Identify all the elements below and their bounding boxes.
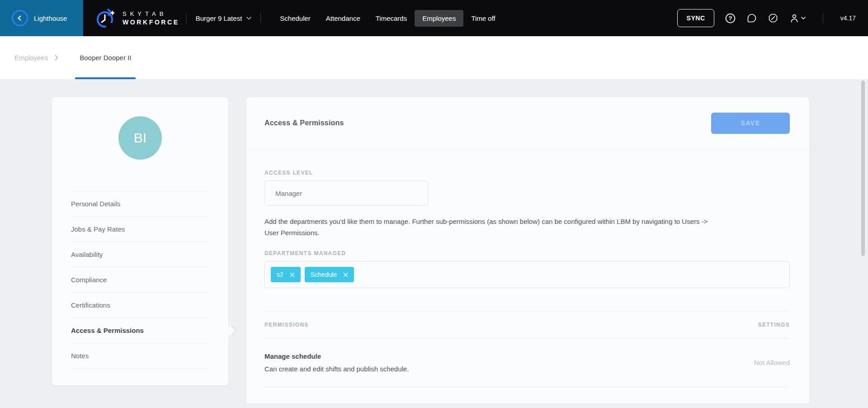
shift4-icon[interactable] xyxy=(768,13,778,24)
employee-profile-card: BI Personal Details Jobs & Pay Rates Ava… xyxy=(52,97,228,385)
permission-row-manage-schedule: Manage schedule Can create and edit shif… xyxy=(264,338,790,387)
page-title: Access & Permissions xyxy=(264,119,344,127)
location-selector-label: Burger 9 Latest xyxy=(196,14,242,22)
app-root: Lighthouse SKYTAB WORKFORCE Burger 9 Lat… xyxy=(0,0,868,408)
departments-managed-label: DEPARTMENTS MANAGED xyxy=(264,250,790,256)
departments-managed-input[interactable]: s2 Schedule xyxy=(264,261,790,288)
topbar-divider xyxy=(823,13,823,23)
sidebar-item-availability[interactable]: Availability xyxy=(71,242,209,267)
close-icon[interactable] xyxy=(343,272,348,277)
chevron-down-icon xyxy=(246,17,251,20)
user-icon xyxy=(789,13,800,24)
nav-item-scheduler[interactable]: Scheduler xyxy=(272,10,318,27)
breadcrumb: Employees Booper Dooper II xyxy=(0,36,868,79)
scrollbar-thumb[interactable] xyxy=(861,81,865,256)
avatar: BI xyxy=(118,116,162,160)
access-level-label: ACCESS LEVEL xyxy=(264,170,790,176)
departments-help-text: Add the departments you'd like them to m… xyxy=(264,216,714,238)
settings-column-label: SETTINGS xyxy=(758,322,790,328)
app-version: v4.17 xyxy=(840,14,856,22)
chat-bubble-icon[interactable] xyxy=(746,13,757,24)
active-item-pointer xyxy=(225,325,236,336)
brand-name-bottom: WORKFORCE xyxy=(123,19,179,26)
svg-text:?: ? xyxy=(728,14,732,21)
profile-menu: Personal Details Jobs & Pay Rates Availa… xyxy=(71,191,209,369)
brand-text: SKYTAB WORKFORCE xyxy=(123,10,179,26)
sidebar-item-notes[interactable]: Notes xyxy=(71,343,209,369)
user-chevron-down-icon xyxy=(801,17,806,19)
topbar-divider xyxy=(260,13,261,23)
panel-body: ACCESS LEVEL Manager Add the departments… xyxy=(246,170,809,408)
lighthouse-back-button[interactable]: Lighthouse xyxy=(0,0,83,36)
access-level-select[interactable]: Manager xyxy=(264,180,428,206)
brand-name-top: SKYTAB xyxy=(123,10,179,17)
nav-item-timecards[interactable]: Timecards xyxy=(368,10,415,27)
panel-header: Access & Permissions SAVE xyxy=(246,97,809,149)
topbar-right-cluster: SYNC ? xyxy=(677,9,868,27)
permission-description: Can create and edit shifts and publish s… xyxy=(264,365,409,373)
clock-logo-icon xyxy=(94,7,116,29)
top-navigation-bar: Lighthouse SKYTAB WORKFORCE Burger 9 Lat… xyxy=(0,0,868,36)
chip-label: Schedule xyxy=(311,271,337,278)
sync-button[interactable]: SYNC xyxy=(677,9,714,27)
help-icon[interactable]: ? xyxy=(725,13,736,24)
content-area: BI Personal Details Jobs & Pay Rates Ava… xyxy=(0,79,868,408)
breadcrumb-current-tab[interactable]: Booper Dooper II xyxy=(75,36,136,79)
location-selector[interactable]: Burger 9 Latest xyxy=(193,14,254,22)
main-nav: Scheduler Attendance Timecards Employees… xyxy=(272,10,503,27)
permission-info: Manage schedule Can create and edit shif… xyxy=(264,352,409,373)
department-chip-s2: s2 xyxy=(271,267,301,282)
access-permissions-panel: Access & Permissions SAVE ACCESS LEVEL M… xyxy=(246,97,809,408)
save-button[interactable]: SAVE xyxy=(711,113,790,134)
sidebar-item-personal-details[interactable]: Personal Details xyxy=(71,191,209,217)
breadcrumb-current-label: Booper Dooper II xyxy=(80,54,131,62)
permission-setting-value[interactable]: Not Allowed xyxy=(754,359,790,366)
nav-item-attendance[interactable]: Attendance xyxy=(318,10,368,27)
close-icon[interactable] xyxy=(290,272,295,277)
skytab-workforce-logo: SKYTAB WORKFORCE xyxy=(94,7,179,29)
back-chevron-icon xyxy=(12,10,28,26)
permission-name: Manage schedule xyxy=(264,352,409,360)
sidebar-item-certifications[interactable]: Certifications xyxy=(71,293,209,318)
access-level-value: Manager xyxy=(275,190,302,197)
viewport-bottom-strip xyxy=(0,403,868,408)
permissions-table-header: PERMISSIONS SETTINGS xyxy=(264,311,790,338)
chip-label: s2 xyxy=(277,271,283,278)
user-menu[interactable] xyxy=(789,13,806,24)
topbar-divider xyxy=(186,13,187,23)
department-chip-schedule: Schedule xyxy=(305,267,354,282)
breadcrumb-chevron-icon xyxy=(55,36,58,79)
nav-item-employees[interactable]: Employees xyxy=(415,10,463,27)
sidebar-item-jobs-pay-rates[interactable]: Jobs & Pay Rates xyxy=(71,217,209,242)
breadcrumb-parent-employees[interactable]: Employees xyxy=(14,36,48,79)
lighthouse-label: Lighthouse xyxy=(34,14,67,22)
permissions-column-label: PERMISSIONS xyxy=(264,322,309,328)
sidebar-item-compliance[interactable]: Compliance xyxy=(71,267,209,293)
sidebar-item-access-permissions[interactable]: Access & Permissions xyxy=(71,318,209,343)
nav-item-time-off[interactable]: Time off xyxy=(463,10,503,27)
